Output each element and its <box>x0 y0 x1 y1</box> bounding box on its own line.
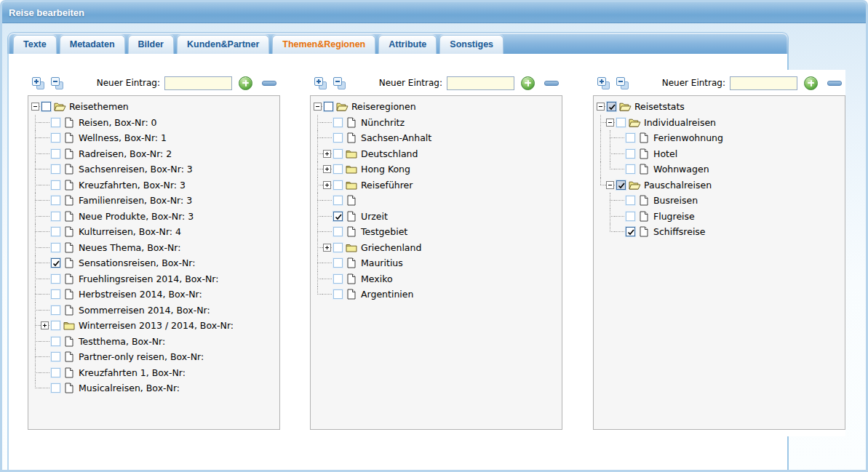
node-label[interactable]: Reiseregionen <box>351 101 416 112</box>
collapse-all-button[interactable] <box>333 77 346 89</box>
collapse-toggle-icon[interactable] <box>31 103 39 111</box>
node-checkbox[interactable] <box>626 164 635 174</box>
node-checkbox[interactable] <box>626 196 635 205</box>
collapse-toggle-icon[interactable] <box>314 103 322 111</box>
node-label[interactable]: Mauritius <box>361 257 403 268</box>
tab-themen-regionen[interactable]: Themen&Regionen <box>272 35 375 54</box>
node-checkbox[interactable] <box>333 196 343 205</box>
node-label[interactable]: Wohnwagen <box>653 164 709 175</box>
node-label[interactable]: Wellness, Box-Nr: 1 <box>79 132 167 143</box>
node-label[interactable]: Griechenland <box>361 242 421 253</box>
node-label[interactable]: Sachsen-Anhalt <box>361 132 431 143</box>
node-label[interactable]: Familienreisen, Box-Nr: 3 <box>79 195 192 206</box>
node-checkbox[interactable] <box>333 243 343 252</box>
expand-toggle-icon[interactable] <box>41 321 49 329</box>
expand-toggle-icon[interactable] <box>323 165 331 173</box>
node-checkbox[interactable] <box>333 180 343 190</box>
node-label[interactable]: Argentinien <box>361 289 413 300</box>
node-checkbox[interactable] <box>51 118 60 127</box>
add-entry-button[interactable] <box>804 76 818 90</box>
tab-kunden-partner[interactable]: Kunden&Partner <box>177 35 269 54</box>
collapse-toggle-icon[interactable] <box>606 119 614 127</box>
expand-toggle-icon[interactable] <box>323 181 331 189</box>
node-checkbox[interactable] <box>51 383 60 393</box>
node-label[interactable]: Flugreise <box>653 211 695 222</box>
add-entry-button[interactable] <box>239 76 252 90</box>
tab-bilder[interactable]: Bilder <box>128 35 174 54</box>
node-label[interactable]: Winterreisen 2013 / 2014, Box-Nr: <box>79 320 234 331</box>
node-label[interactable]: Neue Produkte, Box-Nr: 3 <box>79 211 194 222</box>
node-checkbox[interactable] <box>333 227 343 236</box>
add-entry-button[interactable] <box>521 76 535 90</box>
node-checkbox[interactable] <box>626 149 635 159</box>
node-checkbox[interactable] <box>616 180 626 190</box>
node-label[interactable]: Sommerreisen 2014, Box-Nr: <box>79 305 210 316</box>
node-checkbox[interactable] <box>626 133 635 143</box>
node-label[interactable]: Herbstreisen 2014, Box-Nr: <box>79 289 202 300</box>
node-label[interactable]: Ferienwohnung <box>653 132 723 143</box>
node-checkbox[interactable] <box>333 133 343 143</box>
node-checkbox[interactable] <box>333 212 343 221</box>
node-checkbox[interactable] <box>333 274 343 284</box>
node-checkbox[interactable] <box>333 118 343 127</box>
expand-all-button[interactable] <box>597 77 610 89</box>
node-checkbox[interactable] <box>51 321 60 330</box>
node-checkbox[interactable] <box>616 118 626 127</box>
remove-entry-button[interactable] <box>827 81 842 86</box>
node-checkbox[interactable] <box>607 102 616 111</box>
node-label[interactable]: Hotel <box>653 148 677 159</box>
node-label[interactable]: Testgebiet <box>361 226 407 237</box>
node-checkbox[interactable] <box>51 352 60 361</box>
node-label[interactable]: Kulturreisen, Box-Nr: 4 <box>79 226 181 237</box>
node-label[interactable]: Pauschalreisen <box>644 180 712 191</box>
node-label[interactable]: Reiseführer <box>361 180 413 191</box>
expand-toggle-icon[interactable] <box>323 244 331 252</box>
node-checkbox[interactable] <box>41 102 51 111</box>
node-checkbox[interactable] <box>333 149 343 159</box>
expand-all-button[interactable] <box>314 77 327 89</box>
node-checkbox[interactable] <box>51 368 60 377</box>
remove-entry-button[interactable] <box>262 81 276 86</box>
node-checkbox[interactable] <box>51 164 60 174</box>
node-checkbox[interactable] <box>51 149 60 159</box>
node-label[interactable]: Musicalreisen, Box-Nr: <box>79 383 180 393</box>
node-label[interactable]: Hong Kong <box>361 164 410 175</box>
node-label[interactable]: Kreuzfahrten 1, Box-Nr: <box>79 367 186 378</box>
node-checkbox[interactable] <box>51 274 60 284</box>
node-checkbox[interactable] <box>626 227 635 236</box>
node-checkbox[interactable] <box>51 133 60 143</box>
expand-all-button[interactable] <box>32 77 44 89</box>
collapse-all-button[interactable] <box>616 77 629 89</box>
tab-metadaten[interactable]: Metadaten <box>60 35 125 54</box>
node-label[interactable]: Reisethemen <box>69 101 129 112</box>
expand-toggle-icon[interactable] <box>323 150 331 158</box>
node-checkbox[interactable] <box>333 164 343 174</box>
node-checkbox[interactable] <box>333 258 343 268</box>
node-checkbox[interactable] <box>51 305 60 315</box>
node-label[interactable]: Reisen, Box-Nr: 0 <box>79 117 157 128</box>
node-label[interactable]: Schiffsreise <box>653 226 706 237</box>
node-checkbox[interactable] <box>626 212 635 221</box>
new-entry-input[interactable] <box>730 76 797 90</box>
node-checkbox[interactable] <box>51 258 60 268</box>
tab-sonstiges[interactable]: Sonstiges <box>439 35 503 54</box>
node-label[interactable]: Fruehlingsreisen 2014, Box-Nr: <box>79 273 218 284</box>
remove-entry-button[interactable] <box>544 81 559 86</box>
node-checkbox[interactable] <box>51 337 60 346</box>
node-label[interactable]: Radreisen, Box-Nr: 2 <box>79 148 172 159</box>
node-checkbox[interactable] <box>51 243 60 252</box>
node-label[interactable]: Kreuzfahrten, Box-Nr: 3 <box>79 180 186 191</box>
new-entry-input[interactable] <box>164 76 232 90</box>
node-label[interactable]: Individualreisen <box>644 117 716 128</box>
node-label[interactable]: Partner-only reisen, Box-Nr: <box>79 351 204 362</box>
node-label[interactable]: Testthema, Box-Nr: <box>79 336 165 347</box>
tab-texte[interactable]: Texte <box>13 35 57 54</box>
node-checkbox[interactable] <box>51 227 60 236</box>
collapse-toggle-icon[interactable] <box>597 103 605 111</box>
tab-attribute[interactable]: Attribute <box>378 35 437 54</box>
node-label[interactable]: Urzeit <box>361 211 388 222</box>
node-checkbox[interactable] <box>333 289 343 299</box>
node-checkbox[interactable] <box>51 289 60 299</box>
node-label[interactable]: Deutschland <box>361 148 418 159</box>
node-checkbox[interactable] <box>324 102 333 111</box>
